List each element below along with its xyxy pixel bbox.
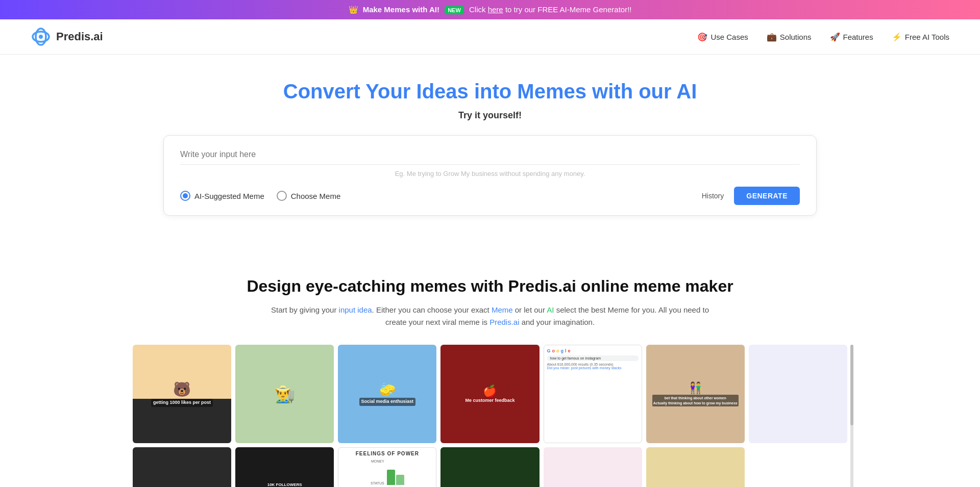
logo-text: Predis.ai [56,30,103,43]
new-badge: NEW [445,6,464,14]
meme-cell-6[interactable]: 👫 bet that thinking about other womenAct… [646,345,745,443]
meme-cell-5[interactable]: G o o g l e how to get famous on instagr… [544,345,642,443]
pooh-emoji: 🐻 [173,381,191,398]
meme-text-6: bet that thinking about other womenActua… [652,395,739,406]
highlight-predis: Predis.ai [489,318,519,326]
nav-label-features: Features [843,33,873,41]
bar-1 [387,470,395,485]
banner-link[interactable]: here [488,5,503,14]
meme-visual-5: G o o g l e how to get famous on instagr… [544,345,642,443]
meme-cell-2[interactable]: 👨‍🌾 [235,345,334,443]
radio-label-choose: Choose Meme [291,192,341,200]
google-result-count: About 816,000,000 results (0.35 seconds) [547,363,614,366]
meme-visual-7: 👤 [133,447,231,487]
scroll-bar[interactable] [850,345,853,487]
meme-visual-2: 👨‍🌾 [235,345,334,443]
svg-point-2 [39,35,43,39]
crown-icon: 👑 [349,5,358,14]
meme-cell-8[interactable]: 10K FOLLOWERS OF THEM ARE INACTIVE OR FA… [235,447,334,487]
meme-scroll-area: 🐻 getting 1000 likes per post 👨‍🌾 🧽 Soci… [133,345,847,487]
nav-links: 🎯Use Cases 💼Solutions 🚀Features ⚡Free AI… [697,32,949,42]
nav-label-solutions: Solutions [780,33,812,41]
input-card: Eg. Me trying to Grow My business withou… [163,135,817,216]
meme-visual-11: Marketing team Viral marketing Cat video [544,447,642,487]
meme-text-4: Me customer feedback [465,398,514,404]
bar-2 [396,475,404,485]
highlight-ai: AI [547,305,554,314]
banner-cta-text: Click [469,5,488,14]
sponge-emoji: 🧽 [379,382,396,398]
meme-cell-1[interactable]: 🐻 getting 1000 likes per post [133,345,231,443]
radio-ai-suggested[interactable]: AI-Suggested Meme [180,191,264,201]
meme-visual-4: 🍎 Me customer feedback [440,345,539,443]
nav-item-solutions[interactable]: 💼Solutions [767,32,812,42]
radio-circle-ai [180,191,190,201]
radio-circle-choose [277,191,287,201]
meme-cell-10[interactable]: 🦖 [440,447,539,487]
highlight-meme: Meme [492,305,513,314]
banner-suffix: to try our FREE AI-Meme Generator!! [505,5,632,14]
couple-emoji: 👫 [689,381,702,395]
solutions-icon: 💼 [767,32,777,42]
hero-title: Convert Your Ideas into Memes with our A… [10,80,970,103]
history-button[interactable]: History [702,192,724,200]
meme-visual-6: 👫 bet that thinking about other womenAct… [646,345,745,443]
label-status: STATUS [371,481,384,485]
card-footer: AI-Suggested Meme Choose Meme History GE… [180,187,800,205]
nav-item-use-cases[interactable]: 🎯Use Cases [697,32,748,42]
nav-item-free-ai-tools[interactable]: ⚡Free AI Tools [892,32,949,42]
nav-label-free-ai-tools: Free AI Tools [905,33,949,41]
card-actions: History GENERATE [702,187,800,205]
scroll-thumb [850,345,853,425]
meme-text-8a: 10K FOLLOWERS [267,482,302,487]
generate-button[interactable]: GENERATE [734,187,800,205]
meme-visual-8: 10K FOLLOWERS OF THEM ARE INACTIVE OR FA… [235,447,334,487]
apple-emoji: 🍎 [483,385,497,398]
nav-item-features[interactable]: 🚀Features [830,32,873,42]
meme-visual-1: 🐻 getting 1000 likes per post [133,345,231,443]
meme-cell-7[interactable]: 👤 [133,447,231,487]
design-section-title: Design eye-catching memes with Predis.ai… [31,277,949,296]
highlight-input: input idea [339,305,372,314]
power-title: FEELINGS OF POWER [356,451,419,456]
use-cases-icon: 🎯 [697,32,707,42]
meme-visual-9: FEELINGS OF POWER MONEY STATUS [338,448,436,487]
nav-label-use-cases: Use Cases [710,33,748,41]
meme-cell-12[interactable]: 🤓 IS THIS INSTAGRAM MARKETING? [646,447,745,487]
chart-container: MONEY STATUS [371,459,404,485]
banner-main-text: Make Memes with AI! [363,5,439,14]
hero-subtitle: Try it yourself! [10,110,970,121]
meme-cell-9[interactable]: FEELINGS OF POWER MONEY STATUS [338,447,436,487]
meme-text-3: Social media enthusiast [359,398,416,406]
design-section-subtitle: Start by giving your input idea. Either … [260,304,720,328]
meme-grid: 🐻 getting 1000 likes per post 👨‍🌾 🧽 Soci… [133,345,847,487]
farmer-emoji: 👨‍🌾 [275,385,295,404]
meme-visual-12: 🤓 IS THIS INSTAGRAM MARKETING? [646,447,745,487]
meme-text-1: getting 1000 likes per post [151,399,213,407]
free-ai-tools-icon: ⚡ [892,32,902,42]
design-section: Design eye-catching memes with Predis.ai… [0,251,980,487]
meme-cell-11[interactable]: Marketing team Viral marketing Cat video [544,447,642,487]
meme-cell-3[interactable]: 🧽 Social media enthusiast [338,345,436,443]
navbar: Predis.ai 🎯Use Cases 💼Solutions 🚀Feature… [0,19,980,55]
input-hint: Eg. Me trying to Grow My business withou… [180,164,800,177]
radio-label-ai: AI-Suggested Meme [194,192,264,200]
chart-labels: MONEY STATUS [371,459,385,485]
google-logo-area: G o o g l e [547,348,571,353]
top-banner: 👑 Make Memes with AI! NEW Click here to … [0,0,980,19]
google-l: l [565,348,567,353]
google-o1: o [552,348,555,353]
google-did-you-mean: Did you mean: post pictures with money s… [547,366,622,370]
meme-cell-4[interactable]: 🍎 Me customer feedback [440,345,539,443]
google-o2: o [556,348,559,353]
meme-input[interactable] [180,150,800,159]
logo-icon [31,27,51,47]
google-e: e [568,348,571,353]
radio-choose-meme[interactable]: Choose Meme [277,191,341,201]
google-search-bar: how to get famous on instagram [547,355,639,361]
features-icon: 🚀 [830,32,840,42]
radio-group: AI-Suggested Meme Choose Meme [180,191,340,201]
logo[interactable]: Predis.ai [31,27,103,47]
google-g2: g [561,348,564,353]
meme-cell-extra[interactable] [749,345,847,443]
